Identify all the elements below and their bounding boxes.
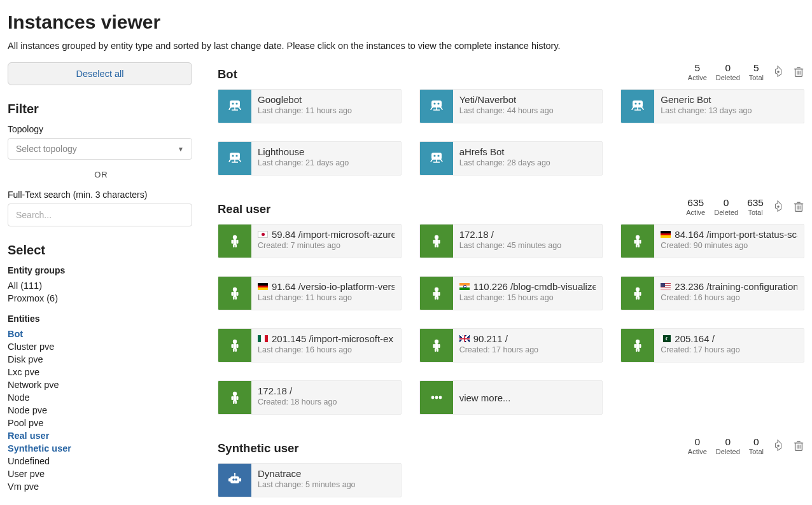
instance-meta: Last change: 11 hours ago [258,106,395,115]
stat-active: 5 [688,62,707,74]
instance-title: 172.18 / [258,385,395,396]
person-icon [218,381,251,414]
instance-title: 84.164 /import-port-status-scan [661,229,797,240]
person-icon [621,277,654,310]
entity-item[interactable]: Lxc pve [8,366,195,378]
section-header: Synthetic user 0Active 0Deleted 0Total [218,436,804,455]
entity-item[interactable]: User pve [8,467,195,480]
stat-active: 635 [686,197,705,209]
instance-card[interactable]: 172.18 / Last change: 45 minutes ago [419,224,603,258]
page-subtitle: All instances grouped by entity type and… [8,41,804,51]
bot-icon [621,90,654,123]
entity-item[interactable]: Undefined [8,455,195,467]
flag-icon [258,335,268,342]
instance-card[interactable]: Googlebot Last change: 11 hours ago [218,89,402,123]
topology-select[interactable]: Select topology ▼ [8,138,192,160]
instance-title: aHrefs Bot [459,146,596,157]
instance-meta: Created: 18 hours ago [258,398,395,406]
stat-active: 0 [688,436,707,448]
view-more-card[interactable]: view more... [419,380,603,415]
instance-meta: Last change: 5 minutes ago [258,480,395,489]
bot-icon [420,142,453,175]
person-icon [621,225,654,258]
deselect-all-button[interactable]: Deselect all [8,62,192,85]
instance-card[interactable]: 172.18 / Created: 18 hours ago [218,380,402,415]
instance-meta: Last change: 44 hours ago [459,106,596,115]
entity-item[interactable]: Disk pve [8,353,195,366]
entity-item[interactable]: Bot [8,328,195,340]
bot-icon [420,90,453,123]
entity-item[interactable]: Synthetic user [8,442,195,455]
instance-meta: Last change: 28 days ago [459,158,596,167]
instance-meta: Created: 90 minutes ago [661,241,797,250]
instance-card[interactable]: 23.236 /training-configuration Created: … [620,276,804,310]
instance-meta: Last change: 11 hours ago [258,293,395,302]
instance-card[interactable]: Lighthouse Last change: 21 days ago [218,141,402,176]
search-input[interactable] [8,204,192,226]
instance-card[interactable]: 84.164 /import-port-status-scan Created:… [620,224,804,258]
instance-title: Dynatrace [258,468,395,479]
entity-item[interactable]: Node pve [8,404,195,417]
entity-group-item[interactable]: Proxmox (6) [8,292,195,305]
instance-title: 59.84 /import-microsoft-azure [258,229,395,240]
section-title: Bot [218,67,237,81]
instance-meta: Last change: 15 hours ago [459,293,596,302]
section-stats: 5Active 0Deleted 5Total [688,62,804,81]
instance-meta: Last change: 45 minutes ago [459,241,596,250]
badge-icon[interactable] [773,440,784,452]
instance-card[interactable]: 90.211 / Created: 17 hours ago [419,328,603,363]
page-title: Instances viewer [8,11,804,33]
trash-icon[interactable] [793,440,804,452]
instance-grid: Dynatrace Last change: 5 minutes ago [218,463,804,497]
stat-total: 635 [747,197,764,209]
trash-icon[interactable] [793,66,804,78]
instance-title: 90.211 / [459,333,596,344]
section-stats: 0Active 0Deleted 0Total [688,436,804,455]
instance-meta: Created: 17 hours ago [661,345,797,354]
instance-card[interactable]: Generic Bot Last change: 13 days ago [620,89,804,123]
bot-icon [218,90,251,123]
entity-item[interactable]: Network pve [8,378,195,391]
instance-grid: 59.84 /import-microsoft-azure Created: 7… [218,224,804,415]
trash-icon[interactable] [793,201,804,212]
instance-title: 23.236 /training-configuration [661,281,797,292]
instance-card[interactable]: 91.64 /versio-io-platform-version Last c… [218,276,402,310]
person-icon [218,225,251,258]
entity-item[interactable]: Cluster pve [8,340,195,353]
instance-card[interactable]: 205.164 / Created: 17 hours ago [620,328,804,363]
robot-icon [218,464,251,497]
instance-card[interactable]: 201.145 /import-microsoft-ex Last change… [218,328,402,363]
instance-card[interactable]: Yeti/Naverbot Last change: 44 hours ago [419,89,603,123]
section-stats: 635Active 0Deleted 635Total [686,197,804,216]
bot-icon [218,142,251,175]
entity-item[interactable]: Vm pve [8,480,195,493]
flag-icon [459,283,470,290]
topology-label: Topology [8,124,195,134]
chevron-down-icon: ▼ [178,146,184,153]
flag-icon [661,231,671,238]
person-icon [420,277,453,310]
stat-total: 0 [749,436,764,448]
instance-meta: Last change: 16 hours ago [258,345,395,354]
badge-icon[interactable] [773,201,784,212]
section-header: Bot 5Active 0Deleted 5Total [218,62,804,81]
person-icon [420,329,453,362]
instance-meta: Created: 16 hours ago [661,293,797,302]
entity-item[interactable]: Pool pve [8,417,195,429]
stat-total: 5 [749,62,764,74]
more-icon [420,381,453,414]
badge-icon[interactable] [773,66,784,78]
entity-item[interactable]: Real user [8,429,195,442]
instance-card[interactable]: aHrefs Bot Last change: 28 days ago [419,141,603,176]
instance-card[interactable]: 59.84 /import-microsoft-azure Created: 7… [218,224,402,258]
instance-card[interactable]: 110.226 /blog-cmdb-visualize Last change… [419,276,603,310]
entity-item[interactable]: Node [8,391,195,404]
section-header: Real user 635Active 0Deleted 635Total [218,197,804,216]
instance-title: 91.64 /versio-io-platform-version [258,281,395,292]
instance-meta: Last change: 21 days ago [258,158,395,167]
entity-group-item[interactable]: All (111) [8,279,195,292]
instance-card[interactable]: Dynatrace Last change: 5 minutes ago [218,463,402,497]
or-separator: OR [8,170,195,179]
section-title: Real user [218,202,270,216]
instance-meta: Created: 17 hours ago [459,345,596,354]
